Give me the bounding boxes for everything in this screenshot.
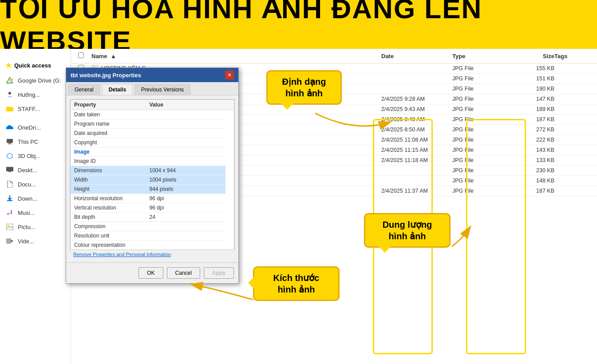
cancel-button[interactable]: Cancel [167, 267, 200, 279]
person-icon [5, 90, 14, 99]
prop-name: Colour representation [71, 241, 146, 250]
tooltip-size-label: Dung lượng hình ảnh [364, 213, 451, 248]
dialog-close-button[interactable]: ✕ [225, 71, 234, 79]
row-size: 222 KB [510, 137, 554, 143]
prop-value [146, 119, 225, 129]
prop-name: Resolution unit [71, 231, 146, 241]
property-row: Resolution unit [71, 231, 234, 241]
property-row: Bit depth 24 [71, 213, 234, 222]
svg-point-3 [8, 92, 11, 95]
folder-icon [5, 104, 14, 113]
property-row: Copyright [71, 138, 234, 147]
row-size: 189 KB [510, 106, 554, 112]
prop-value: 96 dpi [146, 203, 225, 213]
dialog-footer: OK Cancel Apply [66, 262, 238, 283]
sidebar-label-thispc: This PC [18, 138, 38, 145]
ok-button[interactable]: OK [138, 267, 163, 279]
row-date: 2/4/2025 11:18 AM [381, 157, 452, 163]
prop-value: 944 pixels [146, 185, 225, 194]
prop-name: Copyright [71, 138, 146, 147]
remove-properties-link[interactable]: Remove Properties and Personal Informati… [70, 250, 235, 259]
property-row: Vertical resolution 96 dpi [71, 203, 234, 213]
row-date: 2/4/2025 8:50 AM [381, 127, 452, 133]
row-type: JPG File [452, 188, 510, 194]
sidebar-label-downloads: Down... [18, 195, 37, 202]
col-name-label: Name [91, 53, 107, 59]
sidebar-item-desktop[interactable]: Deskt... [0, 163, 71, 177]
row-type: JPG File [452, 116, 510, 123]
sort-icon: ▲ [111, 53, 116, 59]
sidebar-item-onedrive[interactable]: OneDri... [0, 120, 71, 135]
sidebar-item-thispc[interactable]: This PC [0, 135, 71, 149]
tooltip-format-line2: hình ảnh [285, 88, 323, 98]
sidebar-label-3dobjects: 3D Obj... [18, 153, 40, 159]
row-size: 155 KB [510, 65, 554, 71]
row-type: JPG File [452, 137, 510, 143]
tab-previous-versions[interactable]: Previous Versions [134, 84, 190, 95]
row-size: 147 KB [510, 96, 554, 102]
property-row: Dimensions 1004 x 944 [71, 166, 234, 175]
sidebar-label-music: Musi... [18, 210, 35, 216]
prop-value [146, 138, 225, 147]
prop-value: 1004 pixels [146, 175, 225, 185]
property-row: Height 944 pixels [71, 185, 234, 194]
tab-details[interactable]: Details [102, 84, 133, 95]
dialog-titlebar: tbt website.jpg Properties ✕ [66, 68, 238, 82]
row-type: JPG File [452, 157, 510, 163]
row-size: 148 KB [510, 178, 554, 184]
row-type: JPG File [452, 178, 510, 184]
properties-table-container[interactable]: Property Value Date taken Program name D… [70, 99, 235, 250]
row-size: 133 KB [510, 157, 554, 163]
row-size: 272 KB [510, 127, 554, 133]
col-type-header[interactable]: Type [452, 53, 510, 59]
sidebar-label-googledrive: Google Drive (G: [18, 77, 61, 84]
sidebar-item-videos[interactable]: Vide... [0, 234, 71, 248]
sidebar-item-googledrive[interactable]: Google Drive (G: [0, 73, 71, 87]
video-icon [5, 237, 14, 245]
sidebar-item-3dobjects[interactable]: 3D Obj... [0, 149, 71, 163]
property-row: Program name [71, 119, 234, 129]
sidebar-label-videos: Vide... [18, 238, 34, 245]
sidebar-separator [0, 116, 71, 120]
row-size: 187 KB [510, 116, 554, 123]
apply-button[interactable]: Apply [204, 267, 234, 279]
sidebar-item-downloads[interactable]: Down... [0, 191, 71, 206]
col-name-header[interactable]: Name ▲ [91, 53, 381, 59]
main-area: ★ Quick access Google Drive (G: Hướng... [0, 49, 597, 364]
tooltip-format-line1: Định dạng [282, 77, 326, 87]
prop-value: 24 [146, 213, 225, 222]
col-tags-header[interactable]: Tags [554, 53, 590, 59]
prop-value: 1004 x 944 [146, 166, 225, 175]
svg-rect-6 [8, 144, 12, 144]
prop-value: 96 dpi [146, 194, 225, 203]
property-row: Compression [71, 222, 234, 231]
tab-general[interactable]: General [68, 84, 100, 95]
prop-name: Date taken [71, 110, 146, 119]
tooltip-size-line2: hình ảnh [388, 231, 426, 241]
sidebar-label-pictures: Pictu... [18, 224, 36, 230]
sidebar-item-music[interactable]: Musi... [0, 206, 71, 220]
svg-rect-7 [6, 167, 13, 171]
sidebar-item-staff[interactable]: STAFF... [0, 102, 71, 116]
prop-name: Program name [71, 119, 146, 129]
row-type: JPG File [452, 106, 510, 112]
col-check-header [78, 52, 91, 59]
row-size: 143 KB [510, 147, 554, 153]
col-size-header[interactable]: Size [510, 53, 554, 59]
select-all-checkbox[interactable] [78, 52, 84, 58]
sidebar-item-pictures[interactable]: Pictu... [0, 220, 71, 234]
sidebar: ★ Quick access Google Drive (G: Hướng... [0, 49, 71, 364]
sidebar-item-huong[interactable]: Hướng... [0, 87, 71, 102]
row-date: 2/4/2025 11:08 AM [381, 137, 452, 143]
prop-name: Image ID [71, 157, 146, 166]
row-date: 2/4/2025 9:40 AM [381, 116, 452, 123]
tooltip-dimensions: Kích thước hình ảnh [253, 266, 340, 301]
svg-rect-11 [6, 238, 11, 244]
sidebar-label-documents: Docu... [18, 181, 36, 188]
svg-rect-4 [7, 139, 13, 143]
download-icon [5, 194, 14, 203]
property-row: Image ID [71, 157, 234, 166]
col-date-header[interactable]: Date [381, 53, 452, 59]
prop-name: Bit depth [71, 213, 146, 222]
sidebar-item-documents[interactable]: Docu... [0, 177, 71, 191]
